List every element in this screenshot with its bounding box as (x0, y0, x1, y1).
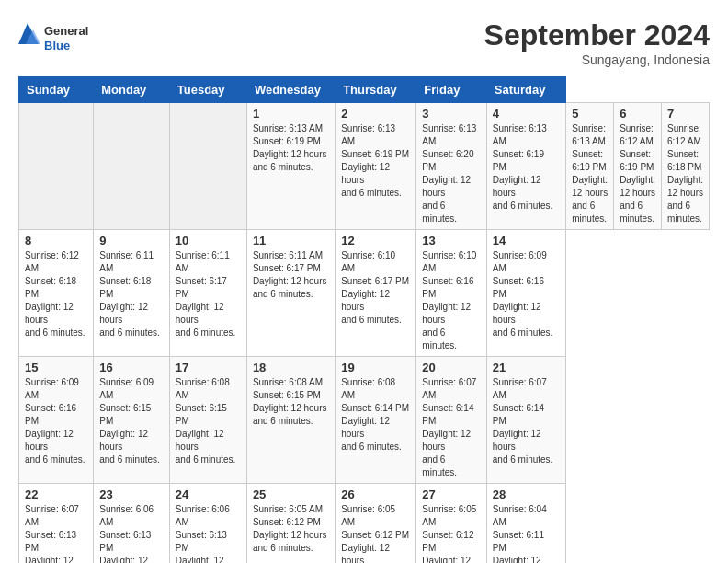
day-number: 6 (620, 107, 655, 121)
svg-text:Blue: Blue (44, 39, 70, 52)
day-info: Sunrise: 6:09 AMSunset: 6:16 PMDaylight:… (493, 249, 560, 339)
day-number: 21 (493, 361, 560, 374)
header-row: SundayMondayTuesdayWednesdayThursdayFrid… (19, 77, 710, 103)
day-cell: 14Sunrise: 6:09 AMSunset: 6:16 PMDayligh… (486, 230, 565, 357)
day-info: Sunrise: 6:11 AMSunset: 6:17 PMDaylight:… (253, 249, 329, 301)
day-info: Sunrise: 6:06 AMSunset: 6:13 PMDaylight:… (176, 503, 241, 563)
header-monday: Monday (94, 77, 170, 103)
day-number: 11 (253, 234, 329, 247)
day-cell: 4Sunrise: 6:13 AMSunset: 6:19 PMDaylight… (486, 103, 565, 230)
page-header: General Blue September 2024 Sungayang, I… (18, 18, 710, 67)
header-sunday: Sunday (19, 77, 94, 103)
day-cell: 5Sunrise: 6:13 AMSunset: 6:19 PMDaylight… (566, 103, 614, 230)
day-cell: 13Sunrise: 6:10 AMSunset: 6:16 PMDayligh… (416, 230, 486, 357)
header-wednesday: Wednesday (246, 77, 335, 103)
week-row-4: 22Sunrise: 6:07 AMSunset: 6:13 PMDayligh… (19, 484, 710, 564)
day-number: 19 (341, 361, 410, 374)
day-info: Sunrise: 6:11 AMSunset: 6:18 PMDaylight:… (99, 249, 164, 339)
day-cell: 26Sunrise: 6:05 AMSunset: 6:12 PMDayligh… (336, 484, 416, 564)
day-info: Sunrise: 6:07 AMSunset: 6:14 PMDaylight:… (493, 376, 560, 466)
day-number: 3 (422, 107, 480, 121)
day-info: Sunrise: 6:13 AMSunset: 6:19 PMDaylight:… (341, 122, 410, 200)
day-cell: 27Sunrise: 6:05 AMSunset: 6:12 PMDayligh… (416, 484, 486, 564)
day-number: 15 (25, 361, 87, 374)
day-number: 7 (667, 107, 703, 121)
calendar-table: SundayMondayTuesdayWednesdayThursdayFrid… (18, 76, 710, 563)
day-info: Sunrise: 6:08 AMSunset: 6:14 PMDaylight:… (341, 376, 410, 454)
day-info: Sunrise: 6:08 AMSunset: 6:15 PMDaylight:… (176, 376, 241, 466)
day-info: Sunrise: 6:05 AMSunset: 6:12 PMDaylight:… (422, 503, 480, 563)
day-cell: 1Sunrise: 6:13 AMSunset: 6:19 PMDaylight… (246, 103, 335, 230)
month-title: September 2024 (484, 18, 710, 52)
day-number: 25 (253, 488, 329, 501)
day-cell: 16Sunrise: 6:09 AMSunset: 6:15 PMDayligh… (94, 357, 170, 484)
day-info: Sunrise: 6:11 AMSunset: 6:17 PMDaylight:… (176, 249, 241, 339)
day-number: 5 (572, 107, 608, 121)
day-number: 24 (176, 488, 241, 501)
day-info: Sunrise: 6:10 AMSunset: 6:16 PMDaylight:… (422, 249, 480, 352)
day-cell: 18Sunrise: 6:08 AMSunset: 6:15 PMDayligh… (246, 357, 335, 484)
day-number: 10 (176, 234, 241, 247)
week-row-2: 8Sunrise: 6:12 AMSunset: 6:18 PMDaylight… (19, 230, 710, 357)
week-row-1: 1Sunrise: 6:13 AMSunset: 6:19 PMDaylight… (19, 103, 710, 230)
header-thursday: Thursday (336, 77, 416, 103)
day-number: 23 (99, 488, 164, 501)
day-number: 12 (341, 234, 410, 247)
day-info: Sunrise: 6:04 AMSunset: 6:11 PMDaylight:… (493, 503, 560, 563)
day-cell (169, 103, 246, 230)
day-info: Sunrise: 6:13 AMSunset: 6:20 PMDaylight:… (422, 122, 480, 225)
day-cell: 9Sunrise: 6:11 AMSunset: 6:18 PMDaylight… (94, 230, 170, 357)
location-subtitle: Sungayang, Indonesia (484, 52, 710, 67)
day-info: Sunrise: 6:13 AMSunset: 6:19 PMDaylight:… (493, 122, 560, 213)
day-info: Sunrise: 6:09 AMSunset: 6:16 PMDaylight:… (25, 376, 87, 466)
day-cell: 19Sunrise: 6:08 AMSunset: 6:14 PMDayligh… (336, 357, 416, 484)
day-info: Sunrise: 6:10 AMSunset: 6:17 PMDaylight:… (341, 249, 410, 327)
day-cell (94, 103, 170, 230)
day-cell: 3Sunrise: 6:13 AMSunset: 6:20 PMDaylight… (416, 103, 486, 230)
logo-svg: General Blue (18, 18, 101, 60)
day-cell: 10Sunrise: 6:11 AMSunset: 6:17 PMDayligh… (169, 230, 246, 357)
week-row-3: 15Sunrise: 6:09 AMSunset: 6:16 PMDayligh… (19, 357, 710, 484)
day-info: Sunrise: 6:09 AMSunset: 6:15 PMDaylight:… (99, 376, 164, 466)
day-cell: 23Sunrise: 6:06 AMSunset: 6:13 PMDayligh… (94, 484, 170, 564)
day-info: Sunrise: 6:12 AMSunset: 6:19 PMDaylight:… (620, 122, 655, 225)
header-friday: Friday (416, 77, 486, 103)
day-number: 1 (253, 107, 329, 121)
day-cell: 21Sunrise: 6:07 AMSunset: 6:14 PMDayligh… (486, 357, 565, 484)
day-cell: 8Sunrise: 6:12 AMSunset: 6:18 PMDaylight… (19, 230, 94, 357)
day-info: Sunrise: 6:07 AMSunset: 6:13 PMDaylight:… (25, 503, 87, 563)
day-cell: 22Sunrise: 6:07 AMSunset: 6:13 PMDayligh… (19, 484, 94, 564)
day-info: Sunrise: 6:07 AMSunset: 6:14 PMDaylight:… (422, 376, 480, 479)
day-number: 26 (341, 488, 410, 501)
svg-text:General: General (44, 24, 88, 38)
day-info: Sunrise: 6:12 AMSunset: 6:18 PMDaylight:… (25, 249, 87, 339)
day-info: Sunrise: 6:05 AMSunset: 6:12 PMDaylight:… (341, 503, 410, 563)
day-number: 9 (99, 234, 164, 247)
day-cell: 28Sunrise: 6:04 AMSunset: 6:11 PMDayligh… (486, 484, 565, 564)
day-info: Sunrise: 6:05 AMSunset: 6:12 PMDaylight:… (253, 503, 329, 555)
day-cell: 12Sunrise: 6:10 AMSunset: 6:17 PMDayligh… (336, 230, 416, 357)
day-cell: 2Sunrise: 6:13 AMSunset: 6:19 PMDaylight… (336, 103, 416, 230)
day-cell: 15Sunrise: 6:09 AMSunset: 6:16 PMDayligh… (19, 357, 94, 484)
day-cell: 20Sunrise: 6:07 AMSunset: 6:14 PMDayligh… (416, 357, 486, 484)
day-number: 22 (25, 488, 87, 501)
day-cell: 17Sunrise: 6:08 AMSunset: 6:15 PMDayligh… (169, 357, 246, 484)
day-number: 18 (253, 361, 329, 374)
day-number: 16 (99, 361, 164, 374)
day-number: 4 (493, 107, 560, 121)
day-cell: 25Sunrise: 6:05 AMSunset: 6:12 PMDayligh… (246, 484, 335, 564)
day-cell: 7Sunrise: 6:12 AMSunset: 6:18 PMDaylight… (662, 103, 710, 230)
day-number: 17 (176, 361, 241, 374)
day-number: 13 (422, 234, 480, 247)
day-number: 20 (422, 361, 480, 374)
day-cell (19, 103, 94, 230)
title-block: September 2024 Sungayang, Indonesia (484, 18, 710, 67)
header-saturday: Saturday (486, 77, 565, 103)
day-cell: 24Sunrise: 6:06 AMSunset: 6:13 PMDayligh… (169, 484, 246, 564)
day-info: Sunrise: 6:08 AMSunset: 6:15 PMDaylight:… (253, 376, 329, 428)
day-number: 2 (341, 107, 410, 121)
day-cell: 6Sunrise: 6:12 AMSunset: 6:19 PMDaylight… (614, 103, 662, 230)
day-info: Sunrise: 6:13 AMSunset: 6:19 PMDaylight:… (253, 122, 329, 174)
day-number: 14 (493, 234, 560, 247)
day-number: 8 (25, 234, 87, 247)
